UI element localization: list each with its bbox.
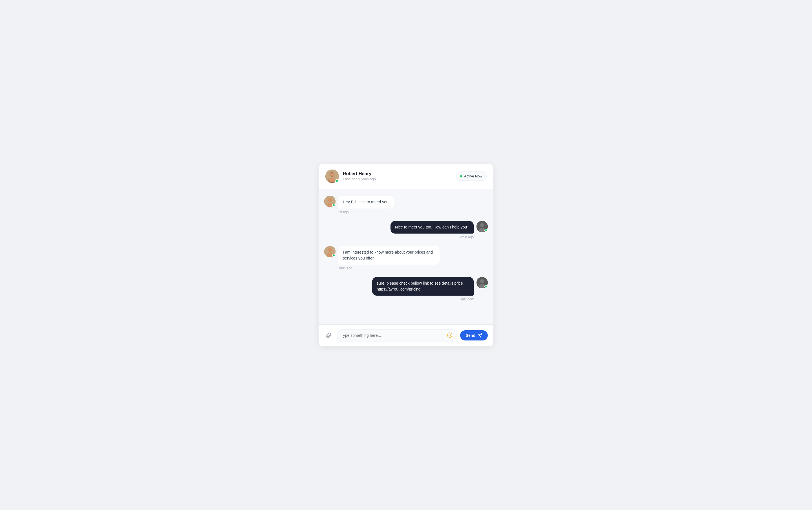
message-input[interactable] [341,333,445,338]
svg-point-15 [480,279,484,283]
svg-point-12 [328,248,332,252]
svg-point-17 [447,333,452,337]
send-label: Send [466,333,475,338]
msg1-online-dot [332,204,335,207]
header-user-name: Robert Henry [343,171,376,176]
header-avatar-wrapper [325,170,339,183]
svg-point-3 [330,173,334,177]
timestamp-1: 5h ago [338,210,488,214]
message-text-1: Hey Bill, nice to meed you! [343,200,390,204]
timestamp-2: 2min ago [324,235,474,239]
message-input-wrapper [337,329,457,342]
msg2-online-dot [484,229,487,232]
header-last-seen: Lase seen 5min ago [343,177,376,181]
message-bubble-4: sure, please check bellow link to see de… [372,277,474,295]
send-icon [478,333,482,338]
svg-point-6 [328,198,332,202]
message-row-3: I am interested to know more about your … [324,246,488,264]
message-group-3: I am interested to know more about your … [324,246,488,275]
svg-point-9 [480,223,484,227]
message-row-2: Nice to meet you too, How can I help you… [324,221,488,233]
attach-button[interactable] [324,331,333,340]
message-bubble-2: Nice to meet you too, How can I help you… [390,221,474,233]
emoji-icon [447,332,453,338]
msg4-online-dot [484,285,487,288]
message-group-2: Nice to meet you too, How can I help you… [324,221,488,244]
message-text-4: sure, please check bellow link to see de… [377,281,463,291]
msg3-online-dot [332,254,335,257]
msg4-avatar-wrapper [477,277,488,288]
active-badge: Active Now [456,171,487,181]
timestamp-3: 1min ago [338,266,488,270]
timestamp-4: Just now [324,297,474,301]
message-bubble-3: I am interested to know more about your … [338,246,440,264]
message-row-1: Hey Bill, nice to meed you! [324,196,488,208]
message-text-2: Nice to meet you too, How can I help you… [395,225,469,229]
chat-messages: Hey Bill, nice to meed you! 5h ago [319,189,493,324]
paperclip-icon [326,333,332,338]
header-info: Robert Henry Lase seen 5min ago [343,171,376,181]
msg2-avatar-wrapper [477,221,488,232]
active-status-dot [460,175,462,177]
header-left: Robert Henry Lase seen 5min ago [325,170,376,183]
emoji-button[interactable] [447,332,453,339]
message-bubble-1: Hey Bill, nice to meed you! [338,196,394,208]
active-status-label: Active Now [464,174,482,178]
message-group-1: Hey Bill, nice to meed you! 5h ago [324,196,488,219]
send-button[interactable]: Send [460,330,488,340]
message-group-4: sure, please check bellow link to see de… [324,277,488,306]
message-row-4: sure, please check bellow link to see de… [324,277,488,295]
chat-container: Robert Henry Lase seen 5min ago Active N… [319,164,493,346]
chat-header: Robert Henry Lase seen 5min ago Active N… [319,164,493,189]
header-online-dot [335,179,338,182]
message-text-3: I am interested to know more about your … [343,250,433,260]
chat-input-area: Send [319,324,493,346]
svg-point-4 [329,178,335,182]
msg1-avatar-wrapper [324,196,335,207]
msg3-avatar-wrapper [324,246,335,257]
